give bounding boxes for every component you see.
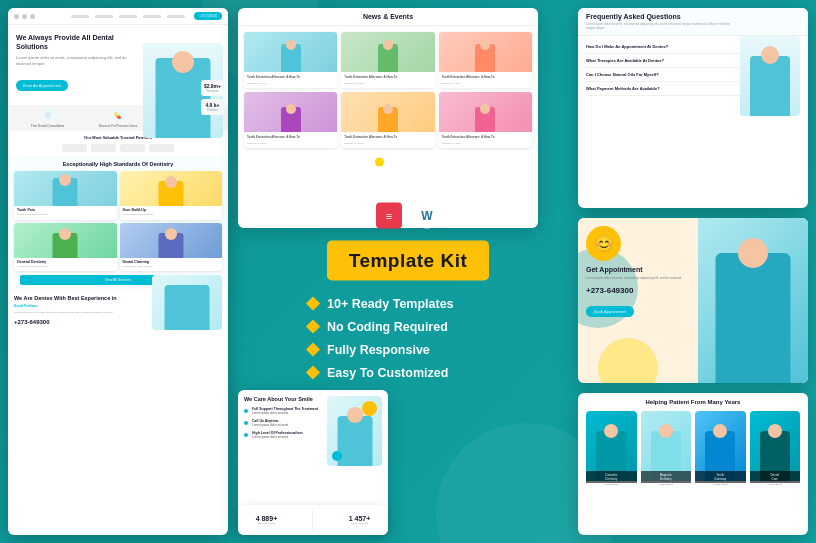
service-card-label: DentalCare xyxy=(750,471,801,483)
center-section: D entex ≡ W Template Kit 10+ Ready Templ… xyxy=(308,155,508,388)
partner-logo-4 xyxy=(149,144,174,152)
appointment-phone: +273-649300 xyxy=(586,286,690,295)
stat-big-label: Dental Workers xyxy=(349,522,371,525)
appointment-section: 😊 Get Appointment Lorem ipsum dolor sit … xyxy=(578,218,808,383)
news-img-purple xyxy=(244,92,337,132)
service-card-label: SmileGateway xyxy=(695,471,746,483)
helping-section: Helping Patient From Many Years Cosmetic… xyxy=(578,393,808,517)
service-card-4: DentalCare Lorem ipsum xyxy=(750,411,801,511)
card-title: Tooth Pain xyxy=(14,206,117,213)
appt-icon: 😊 xyxy=(586,226,621,261)
brand-header: D entex xyxy=(353,155,463,194)
news-card-text: Tooth Extraction Aftercare: A How-To xyxy=(341,72,434,82)
news-card-1: Tooth Extraction Aftercare: A How-To Feb… xyxy=(244,32,337,88)
header-cta[interactable]: +273-649300 xyxy=(194,12,222,20)
feature-consultation: 🦷 Free Dental Consultation xyxy=(14,108,81,128)
news-card-date: February 8, 2023 xyxy=(341,142,434,148)
stat-big-label: Satisfied Clients xyxy=(256,522,278,525)
service-card-label: CosmeticDentistry xyxy=(586,471,637,483)
card-title: General Dentistry xyxy=(14,258,117,265)
dentistry-section: Exceptionally High Standards Of Dentistr… xyxy=(8,156,228,290)
experience-section: We Are Dentex With Best Experience in De… xyxy=(8,290,228,330)
news-img-green xyxy=(341,32,434,72)
feature-item-responsive: Fully Responsive xyxy=(308,342,508,356)
stat-big-num: 1 457+ xyxy=(349,515,371,522)
stat-label: Patients xyxy=(204,108,221,112)
news-card-text: Tooth Extraction Aftercare: A How-To xyxy=(439,132,532,142)
consultation-icon: 🦷 xyxy=(41,108,55,122)
smile-item-3: High Level Of Professionalism Lorem ipsu… xyxy=(244,431,382,439)
doctor-image xyxy=(698,218,808,383)
feature-text: No Coding Required xyxy=(327,319,448,333)
dentistry-title: Exceptionally High Standards Of Dentistr… xyxy=(14,161,222,168)
news-card-2: Tooth Extraction Aftercare: A How-To Feb… xyxy=(341,32,434,88)
diamond-icon-2 xyxy=(306,319,320,333)
features-list: 10+ Ready Templates No Coding Required F… xyxy=(308,296,508,388)
partners-logos xyxy=(14,144,222,152)
appointment-title: Get Appointment xyxy=(586,266,690,273)
nav-item xyxy=(71,15,89,18)
news-card-text: Tooth Extraction Aftercare: A How-To xyxy=(439,72,532,82)
brand-dot xyxy=(375,157,384,166)
exp-person xyxy=(165,285,210,330)
news-img-pink xyxy=(439,92,532,132)
left-panel: +273-649300 We Always Provide All Dental… xyxy=(8,8,228,535)
card-img-green xyxy=(14,223,117,258)
feature-label: Discount For Premium Users xyxy=(84,124,151,128)
hero-cta-btn[interactable]: Book An Appointment xyxy=(16,80,68,91)
card-text: Lorem ipsum dolor sit amet xyxy=(120,213,223,220)
elementor-icon: ≡ xyxy=(376,202,402,228)
partner-logo-3 xyxy=(120,144,145,152)
stat-divider xyxy=(312,510,313,530)
news-card-date: February 8, 2023 xyxy=(439,82,532,88)
news-card-date: February 8, 2023 xyxy=(439,142,532,148)
feature-text: 10+ Ready Templates xyxy=(327,296,454,310)
stat-revenue: $2.9m+ Revenue xyxy=(201,80,224,96)
hero-subtitle: Lorem ipsum dolor sit amet, consectetur … xyxy=(16,55,136,67)
stat-big-num: 4 889+ xyxy=(256,515,278,522)
brand-d: D xyxy=(353,155,380,193)
service-card-1: CosmeticDentistry Lorem ipsum xyxy=(586,411,637,511)
diamond-icon-1 xyxy=(306,296,320,310)
card-text: Lorem ipsum dolor sit amet xyxy=(14,265,117,272)
feature-item-customized: Easy To Customized xyxy=(308,365,508,379)
news-card-text: Tooth Extraction Aftercare: A How-To xyxy=(341,132,434,142)
smile-item-2: Call Us Anytime Lorem ipsum dolor sit am… xyxy=(244,419,382,427)
cards-grid: Tooth Pain Lorem ipsum dolor sit amet Gu… xyxy=(14,171,222,271)
dot2 xyxy=(22,14,27,19)
card-text: Lorem ipsum dolor sit amet xyxy=(14,213,117,220)
news-card-3: Tooth Extraction Aftercare: A How-To Feb… xyxy=(439,32,532,88)
template-kit-badge: Template Kit xyxy=(327,240,490,280)
card-cleaning: Dental Cleaning Lorem ipsum dolor sit am… xyxy=(120,223,223,272)
stat-workers: 1 457+ Dental Workers xyxy=(349,515,371,525)
dot1 xyxy=(14,14,19,19)
discount-icon: 💊 xyxy=(111,108,125,122)
news-card-text: Tooth Extraction Aftercare: A How-To xyxy=(244,72,337,82)
nav-item xyxy=(119,15,137,18)
smile-item-text: Lorem ipsum dolor sit amet xyxy=(252,435,382,439)
feature-item-nocoding: No Coding Required xyxy=(308,319,508,333)
browser-bar: +273-649300 xyxy=(8,8,228,25)
service-card-label: MagneticDentistry xyxy=(641,471,692,483)
feature-item-ready: 10+ Ready Templates xyxy=(308,296,508,310)
faq-title: Frequently Asked Questions xyxy=(586,13,738,20)
stat-label: Revenue xyxy=(204,89,221,93)
bottom-stats: 4 889+ Satisfied Clients 1 457+ Dental W… xyxy=(238,505,388,535)
feature-discount: 💊 Discount For Premium Users xyxy=(84,108,151,128)
card-tooth-pain: Tooth Pain Lorem ipsum dolor sit amet xyxy=(14,171,117,220)
card-img-blue2 xyxy=(120,223,223,258)
news-card-6: Tooth Extraction Aftercare: A How-To Feb… xyxy=(439,92,532,148)
appointment-btn[interactable]: Book Appointment xyxy=(586,306,634,317)
main-container: +273-649300 We Always Provide All Dental… xyxy=(0,0,816,543)
smile-item-1: Full Support Throughout The Treatment Lo… xyxy=(244,407,382,415)
faq-header: Frequently Asked Questions Lorem ipsum d… xyxy=(578,8,808,36)
news-img-peach xyxy=(439,32,532,72)
dot3 xyxy=(30,14,35,19)
news-card-5: Tooth Extraction Aftercare: A How-To Feb… xyxy=(341,92,434,148)
smile-section: We Care About Your Smile Full Support Th… xyxy=(238,390,388,449)
smile-item-text: Lorem ipsum dolor sit amet xyxy=(252,411,382,415)
smile-item-text: Lorem ipsum dolor sit amet xyxy=(252,423,382,427)
brand-rest: entex xyxy=(390,163,463,194)
stats-column: $2.9m+ Revenue 4.9 k+ Patients xyxy=(201,80,224,115)
feature-text: Easy To Customized xyxy=(327,365,448,379)
